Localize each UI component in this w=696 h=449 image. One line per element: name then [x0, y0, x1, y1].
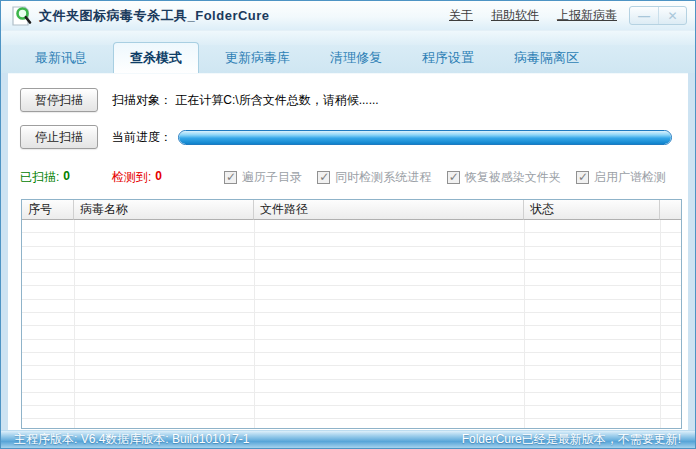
- option-restore-infected-folders[interactable]: 恢复被感染文件夹: [447, 169, 561, 186]
- column-divider: [524, 220, 525, 428]
- app-logo-magnifier-icon: [9, 4, 33, 28]
- stop-scan-button[interactable]: 停止扫描: [20, 125, 98, 149]
- version-info: 主程序版本: V6.4数据库版本: Build101017-1: [14, 431, 249, 448]
- donate-link[interactable]: 捐助软件: [491, 7, 539, 24]
- scan-options: 遍历子目录 同时检测系统进程 恢复被感染文件夹 启用广谱检测: [224, 169, 680, 186]
- column-header-index[interactable]: 序号: [22, 200, 74, 220]
- tab-scan-mode[interactable]: 查杀模式: [113, 42, 199, 74]
- option-label: 恢复被感染文件夹: [465, 169, 561, 186]
- progress-bar: [178, 130, 672, 145]
- progress-fill: [179, 131, 671, 144]
- checkbox-checked-icon[interactable]: [224, 171, 237, 184]
- detected-label: 检测到:: [112, 169, 151, 186]
- update-status: FolderCure已经是最新版本，不需要更新!: [462, 431, 681, 448]
- scan-target-value: 正在计算C:\所含文件总数，请稍候......: [175, 93, 378, 107]
- column-header-stub: [660, 200, 681, 220]
- checkbox-checked-icon[interactable]: [317, 171, 330, 184]
- scan-target-row: 暂停扫描 扫描对象： 正在计算C:\所含文件总数，请稍候......: [13, 88, 680, 112]
- column-divider: [254, 220, 255, 428]
- checkbox-checked-icon[interactable]: [447, 171, 460, 184]
- progress-label: 当前进度：: [112, 129, 172, 146]
- scan-target-text: 扫描对象： 正在计算C:\所含文件总数，请稍候......: [112, 92, 379, 109]
- option-label: 遍历子目录: [242, 169, 302, 186]
- scanned-value: 0: [63, 169, 70, 186]
- results-table-header: 序号 病毒名称 文件路径 状态: [22, 200, 681, 220]
- titlebar-links: 关于 捐助软件 上报新病毒: [449, 7, 617, 24]
- title-bar: 文件夹图标病毒专杀工具_FolderCure 关于 捐助软件 上报新病毒 — ✕: [1, 1, 695, 31]
- tab-quarantine[interactable]: 病毒隔离区: [500, 44, 593, 73]
- results-table-body: [22, 220, 681, 428]
- column-header-virus-name[interactable]: 病毒名称: [74, 200, 254, 220]
- option-label: 启用广谱检测: [594, 169, 666, 186]
- progress-row: 停止扫描 当前进度：: [13, 125, 680, 149]
- app-title: 文件夹图标病毒专杀工具_FolderCure: [39, 7, 270, 25]
- column-header-status[interactable]: 状态: [524, 200, 660, 220]
- pause-scan-button[interactable]: 暂停扫描: [20, 88, 98, 112]
- tab-bar: 最新讯息 查杀模式 更新病毒库 清理修复 程序设置 病毒隔离区: [1, 45, 695, 73]
- detected-count: 检测到: 0: [112, 169, 212, 186]
- report-virus-link[interactable]: 上报新病毒: [557, 7, 617, 24]
- tab-clean-repair[interactable]: 清理修复: [316, 44, 396, 73]
- window-controls: — ✕: [629, 6, 687, 25]
- tab-settings[interactable]: 程序设置: [408, 44, 488, 73]
- checkbox-checked-icon[interactable]: [576, 171, 589, 184]
- column-header-file-path[interactable]: 文件路径: [254, 200, 524, 220]
- close-icon[interactable]: ✕: [658, 7, 686, 24]
- about-link[interactable]: 关于: [449, 7, 473, 24]
- minimize-icon[interactable]: —: [630, 7, 658, 24]
- option-broad-spectrum-detection[interactable]: 启用广谱检测: [576, 169, 666, 186]
- column-divider: [660, 220, 661, 428]
- scan-panel: 暂停扫描 扫描对象： 正在计算C:\所含文件总数，请稍候...... 停止扫描 …: [8, 73, 688, 430]
- stats-options-row: 已扫描: 0 检测到: 0 遍历子目录 同时检测系统进程 恢复被感染文件夹: [13, 169, 680, 186]
- status-bar: 主程序版本: V6.4数据库版本: Build101017-1 FolderCu…: [1, 430, 695, 448]
- scan-target-label: 扫描对象：: [112, 93, 172, 107]
- option-traverse-subdirs[interactable]: 遍历子目录: [224, 169, 302, 186]
- titlebar-spacer: [1, 31, 695, 45]
- app-window: 文件夹图标病毒专杀工具_FolderCure 关于 捐助软件 上报新病毒 — ✕…: [0, 0, 696, 449]
- results-table: 序号 病毒名称 文件路径 状态: [21, 199, 682, 429]
- tab-update-virus-db[interactable]: 更新病毒库: [211, 44, 304, 73]
- option-detect-system-processes[interactable]: 同时检测系统进程: [317, 169, 431, 186]
- scanned-count: 已扫描: 0: [20, 169, 112, 186]
- scanned-label: 已扫描:: [20, 169, 59, 186]
- tab-latest-news[interactable]: 最新讯息: [21, 44, 101, 73]
- detected-value: 0: [155, 169, 162, 186]
- column-divider: [74, 220, 75, 428]
- option-label: 同时检测系统进程: [335, 169, 431, 186]
